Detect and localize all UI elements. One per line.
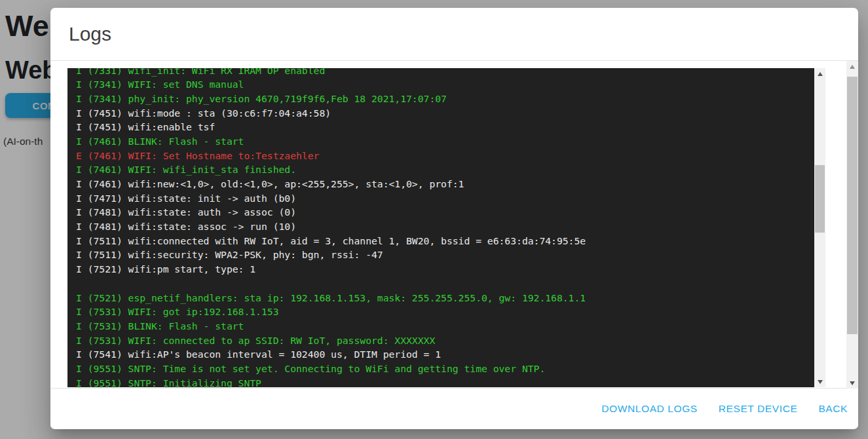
dialog-scrollbar-thumb[interactable] xyxy=(847,77,858,334)
back-button[interactable]: BACK xyxy=(818,403,848,415)
chevron-down-icon xyxy=(818,380,823,384)
log-line: I (7541) wifi:AP's beacon interval = 102… xyxy=(76,347,814,362)
dialog-header: Logs xyxy=(50,8,858,61)
reset-device-button[interactable]: RESET DEVICE xyxy=(719,403,798,415)
log-line: I (7481) wifi:state: auth -> assoc (0) xyxy=(76,205,814,220)
log-line: I (7331) wifi_init: WiFi RX IRAM OP enab… xyxy=(76,68,814,77)
log-line: I (7511) wifi:security: WPA2-PSK, phy: b… xyxy=(76,248,814,262)
log-line: I (7461) BLINK: Flash - start xyxy=(76,134,814,149)
log-line: I (7471) wifi:state: init -> auth (b0) xyxy=(76,191,814,206)
log-line: I (7531) WIFI: connected to ap SSID: RW … xyxy=(76,334,814,348)
log-line: I (7451) wifi:mode : sta (30:c6:f7:04:a4… xyxy=(76,106,814,121)
console-scroll-down-button[interactable] xyxy=(814,376,825,387)
console-scrollbar-thumb[interactable] xyxy=(815,165,825,233)
log-line: I (9551) SNTP: Initializing SNTP xyxy=(76,376,814,387)
log-line: I (7451) wifi:enable tsf xyxy=(76,120,814,134)
logs-dialog: Logs I (7331) wifi_init: WiFi RX IRAM OP… xyxy=(50,8,858,429)
log-line: I (7461) WIFI: wifi_init_sta finished. xyxy=(76,162,814,177)
log-line: I (7461) wifi:new:<1,0>, old:<1,0>, ap:<… xyxy=(76,177,814,191)
chevron-down-icon xyxy=(850,381,855,385)
dialog-scroll-up-button[interactable] xyxy=(846,61,858,72)
log-line: I (7521) esp_netif_handlers: sta ip: 192… xyxy=(76,291,814,305)
log-line: I (7341) phy_init: phy_version 4670,719f… xyxy=(76,92,814,106)
console-scroll-up-button[interactable] xyxy=(814,68,825,79)
log-line: I (7481) wifi:state: assoc -> run (10) xyxy=(76,220,814,234)
log-line: I (7341) WIFI: set DNS manual xyxy=(76,77,814,92)
dialog-scroll-down-button[interactable] xyxy=(846,377,858,389)
log-line: I (9551) SNTP: Time is not set yet. Conn… xyxy=(76,362,814,376)
dialog-content: I (7331) wifi_init: WiFi RX IRAM OP enab… xyxy=(50,61,858,389)
log-lines: I (7331) wifi_init: WiFi RX IRAM OP enab… xyxy=(76,68,814,387)
dialog-footer: DOWNLOAD LOGS RESET DEVICE BACK xyxy=(50,389,858,429)
log-console[interactable]: I (7331) wifi_init: WiFi RX IRAM OP enab… xyxy=(67,68,825,387)
chevron-up-icon xyxy=(818,72,823,76)
dialog-scrollbar[interactable] xyxy=(846,61,858,389)
dialog-title: Logs xyxy=(69,23,111,45)
download-logs-button[interactable]: DOWNLOAD LOGS xyxy=(601,403,697,415)
log-line: I (7511) wifi:connected with RW IoT, aid… xyxy=(76,234,814,248)
console-scrollbar[interactable] xyxy=(814,68,825,387)
log-line: E (7461) WIFI: Set Hostname to:Testzaehl… xyxy=(76,149,814,163)
log-line: I (7531) BLINK: Flash - start xyxy=(76,319,814,334)
chevron-up-icon xyxy=(850,65,855,69)
log-line: I (7531) WIFI: got ip:192.168.1.153 xyxy=(76,305,814,319)
log-line: I (7521) wifi:pm start, type: 1 xyxy=(76,262,814,277)
log-line xyxy=(76,277,814,291)
